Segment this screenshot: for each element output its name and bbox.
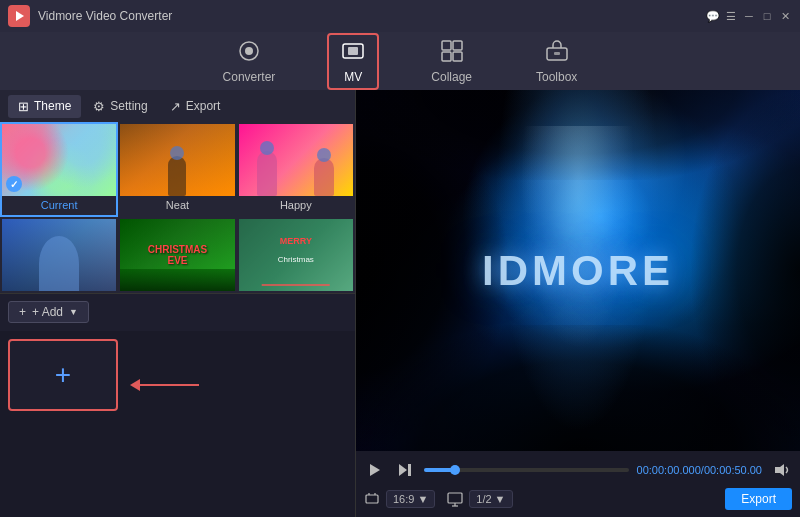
sub-tabs: ⊞ Theme ⚙ Setting ↗ Export bbox=[0, 90, 355, 122]
app-title: Vidmore Video Converter bbox=[38, 9, 706, 23]
theme-christmas-eve[interactable]: CHRISTMASEVE Christmas Eve bbox=[118, 217, 236, 293]
quality-button[interactable]: 1/2 ▼ bbox=[469, 490, 512, 508]
time-current: 00:00:00.000 bbox=[637, 464, 701, 476]
aspect-ratio-button[interactable]: 16:9 ▼ bbox=[386, 490, 435, 508]
close-button[interactable]: ✕ bbox=[778, 9, 792, 23]
title-bar: Vidmore Video Converter 💬 ☰ ─ □ ✕ bbox=[0, 0, 800, 32]
arrow-line bbox=[139, 384, 199, 386]
skip-button[interactable] bbox=[394, 459, 416, 481]
subtab-export[interactable]: ↗ Export bbox=[160, 95, 231, 118]
bottom-bar: + + Add ▼ bbox=[0, 293, 355, 331]
subtab-theme[interactable]: ⊞ Theme bbox=[8, 95, 81, 118]
theme-christmas-eve-label: Christmas Eve bbox=[142, 291, 214, 293]
export-button[interactable]: Export bbox=[725, 488, 792, 510]
export-arrow-icon: ↗ bbox=[170, 99, 181, 114]
add-media-area: + bbox=[0, 331, 355, 518]
menu-icon[interactable]: ☰ bbox=[724, 9, 738, 23]
progress-thumb bbox=[450, 465, 460, 475]
right-panel: IDMORE bbox=[356, 90, 800, 517]
crop-icon-group bbox=[364, 491, 380, 507]
theme-current-label: Current bbox=[41, 196, 78, 215]
theme-simple-label: Simple bbox=[42, 291, 76, 293]
controls-row2: 16:9 ▼ 1/2 ▼ Export bbox=[364, 485, 792, 513]
preview-text: IDMORE bbox=[482, 247, 674, 295]
quality-value: 1/2 bbox=[476, 493, 491, 505]
theme-merry-christmas-thumbnail: MERRY Christmas bbox=[239, 219, 353, 291]
theme-neat-thumbnail bbox=[120, 124, 234, 196]
svg-point-3 bbox=[245, 47, 253, 55]
add-label: + Add bbox=[32, 305, 63, 319]
preview-area: IDMORE bbox=[356, 90, 800, 451]
tab-converter[interactable]: Converter bbox=[211, 35, 288, 88]
theme-happy[interactable]: Happy bbox=[237, 122, 355, 217]
time-total: 00:00:50.00 bbox=[704, 464, 762, 476]
svg-marker-15 bbox=[775, 464, 784, 476]
subtab-setting-label: Setting bbox=[110, 99, 147, 113]
main-content: ⊞ Theme ⚙ Setting ↗ Export ✓ Current bbox=[0, 90, 800, 517]
svg-rect-9 bbox=[453, 52, 462, 61]
theme-neat-label: Neat bbox=[166, 196, 189, 215]
left-panel: ⊞ Theme ⚙ Setting ↗ Export ✓ Current bbox=[0, 90, 355, 517]
svg-rect-8 bbox=[442, 52, 451, 61]
tab-collage[interactable]: Collage bbox=[419, 35, 484, 88]
svg-marker-13 bbox=[399, 464, 407, 476]
theme-merry-christmas-label: Merry Christmas bbox=[255, 291, 336, 293]
play-button[interactable] bbox=[364, 459, 386, 481]
player-controls: 00:00:00.000/00:00:50.00 bbox=[356, 451, 800, 517]
add-plus-icon: + bbox=[19, 305, 26, 319]
subtab-theme-label: Theme bbox=[34, 99, 71, 113]
add-dropdown-icon: ▼ bbox=[69, 307, 78, 317]
add-button[interactable]: + + Add ▼ bbox=[8, 301, 89, 323]
theme-simple-thumbnail bbox=[2, 219, 116, 291]
crop-icon bbox=[364, 491, 380, 507]
theme-neat[interactable]: Neat bbox=[118, 122, 236, 217]
minimize-button[interactable]: ─ bbox=[742, 9, 756, 23]
theme-simple[interactable]: Simple bbox=[0, 217, 118, 293]
tab-converter-label: Converter bbox=[223, 70, 276, 84]
svg-rect-11 bbox=[554, 52, 560, 55]
volume-button[interactable] bbox=[770, 459, 792, 481]
aspect-ratio-value: 16:9 bbox=[393, 493, 414, 505]
themes-grid: ✓ Current Neat bbox=[0, 122, 355, 293]
tab-collage-label: Collage bbox=[431, 70, 472, 84]
monitor-icon bbox=[447, 491, 463, 507]
app-logo bbox=[8, 5, 30, 27]
aspect-ratio-dropdown-icon: ▼ bbox=[417, 493, 428, 505]
setting-gear-icon: ⚙ bbox=[93, 99, 105, 114]
window-controls: 💬 ☰ ─ □ ✕ bbox=[706, 9, 792, 23]
svg-rect-7 bbox=[453, 41, 462, 50]
time-display: 00:00:00.000/00:00:50.00 bbox=[637, 464, 762, 476]
nav-tabs: Converter MV Collage bbox=[0, 32, 800, 90]
chat-icon[interactable]: 💬 bbox=[706, 9, 720, 23]
subtab-setting[interactable]: ⚙ Setting bbox=[83, 95, 157, 118]
svg-rect-19 bbox=[448, 493, 462, 503]
arrow-indicator bbox=[130, 379, 199, 391]
quality-dropdown-icon: ▼ bbox=[495, 493, 506, 505]
add-media-box[interactable]: + bbox=[8, 339, 118, 411]
subtab-export-label: Export bbox=[186, 99, 221, 113]
theme-happy-label: Happy bbox=[280, 196, 312, 215]
theme-current[interactable]: ✓ Current bbox=[0, 122, 118, 217]
tab-mv-label: MV bbox=[344, 70, 362, 84]
collage-icon bbox=[440, 39, 464, 66]
svg-rect-14 bbox=[408, 464, 411, 476]
selected-checkmark: ✓ bbox=[6, 176, 22, 192]
mv-icon bbox=[341, 39, 365, 66]
quality-icon-group bbox=[447, 491, 463, 507]
maximize-button[interactable]: □ bbox=[760, 9, 774, 23]
svg-rect-5 bbox=[348, 47, 358, 55]
tab-mv[interactable]: MV bbox=[327, 33, 379, 90]
theme-christmas-eve-thumbnail: CHRISTMASEVE bbox=[120, 219, 234, 291]
converter-icon bbox=[237, 39, 261, 66]
tab-toolbox[interactable]: Toolbox bbox=[524, 35, 589, 88]
tab-toolbox-label: Toolbox bbox=[536, 70, 577, 84]
svg-rect-16 bbox=[366, 495, 378, 503]
add-media-plus-icon: + bbox=[55, 359, 71, 391]
theme-happy-thumbnail bbox=[239, 124, 353, 196]
svg-rect-6 bbox=[442, 41, 451, 50]
toolbox-icon bbox=[545, 39, 569, 66]
progress-bar[interactable] bbox=[424, 468, 629, 472]
controls-row1: 00:00:00.000/00:00:50.00 bbox=[364, 455, 792, 485]
theme-grid-icon: ⊞ bbox=[18, 99, 29, 114]
theme-merry-christmas[interactable]: MERRY Christmas Merry Christmas bbox=[237, 217, 355, 293]
